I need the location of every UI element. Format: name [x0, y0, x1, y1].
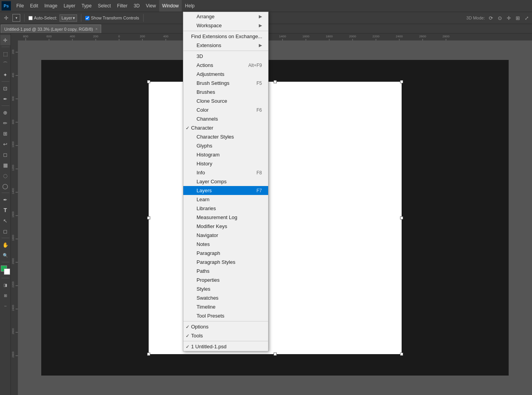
tool-sep-4	[2, 193, 9, 193]
menu-help[interactable]: Help	[182, 0, 198, 12]
menu-item-options[interactable]: ✓ Options	[183, 322, 268, 331]
menu-item-info[interactable]: Info F8	[183, 168, 268, 177]
menu-filter[interactable]: Filter	[114, 0, 131, 12]
options-arrow-dropdown[interactable]: ▾	[12, 14, 20, 22]
transform-handle-bl[interactable]	[147, 353, 150, 356]
auto-select-container: Auto-Select:	[28, 16, 57, 20]
menu-edit[interactable]: Edit	[27, 0, 41, 12]
tool-extras[interactable]: ···	[0, 301, 11, 311]
menu-item-properties[interactable]: Properties	[183, 276, 268, 284]
transform-handle-br[interactable]	[400, 353, 403, 356]
doc-tab-close[interactable]: ×	[95, 27, 98, 31]
tool-gradient[interactable]: ▦	[0, 160, 11, 170]
tool-eraser[interactable]: ◻	[0, 149, 11, 160]
label-history: History	[197, 161, 262, 167]
menu-item-paragraph-styles[interactable]: Paragraph Styles	[183, 258, 268, 267]
menu-item-tools[interactable]: ✓ Tools	[183, 331, 268, 340]
3d-rotate-icon[interactable]: ⟳	[488, 14, 494, 22]
transform-handle-tr[interactable]	[400, 80, 403, 83]
svg-text:2200: 2200	[372, 35, 379, 38]
menu-item-swatches[interactable]: Swatches	[183, 293, 268, 302]
auto-select-dropdown[interactable]: Layer ▾	[60, 14, 77, 22]
menu-item-adjustments[interactable]: Adjustments	[183, 70, 268, 79]
transform-handle-tl[interactable]	[147, 80, 150, 83]
menu-window[interactable]: Window	[159, 0, 182, 12]
menu-item-timeline[interactable]: Timeline	[183, 302, 268, 311]
menu-item-clone-source[interactable]: Clone Source	[183, 97, 268, 105]
tool-marquee[interactable]: ⬚	[0, 49, 11, 59]
menu-item-untitled-1[interactable]: ✓ 1 Untitled-1.psd	[183, 342, 268, 351]
menu-type[interactable]: Type	[78, 0, 95, 12]
menu-item-find-extensions[interactable]: Find Extensions on Exchange...	[183, 32, 268, 41]
menu-item-libraries[interactable]: Libraries	[183, 204, 268, 213]
menu-layer[interactable]: Layer	[60, 0, 78, 12]
menu-3d[interactable]: 3D	[130, 0, 142, 12]
tool-screen-mode[interactable]: ⊞	[0, 290, 11, 300]
label-workspace: Workspace	[197, 23, 259, 28]
menu-select[interactable]: Select	[95, 0, 114, 12]
menu-item-history[interactable]: History	[183, 159, 268, 168]
transform-handle-bm[interactable]	[274, 353, 277, 356]
3d-roll-icon[interactable]: ⊙	[497, 14, 503, 22]
menu-item-modifier-keys[interactable]: Modifier Keys	[183, 222, 268, 231]
tool-history-brush[interactable]: ↩	[0, 139, 11, 149]
tool-pen[interactable]: ✒	[0, 195, 11, 205]
tool-shape[interactable]: ◻	[0, 226, 11, 236]
tool-move[interactable]: ✛	[0, 35, 11, 45]
menu-item-actions[interactable]: Actions Alt+F9	[183, 61, 268, 70]
menu-item-color[interactable]: Color F6	[183, 105, 268, 114]
tool-path-sel[interactable]: ↖	[0, 216, 11, 226]
transform-checkbox[interactable]	[85, 16, 90, 20]
menu-view[interactable]: View	[143, 0, 159, 12]
menu-item-navigator[interactable]: Navigator	[183, 231, 268, 240]
menu-item-paths[interactable]: Paths	[183, 267, 268, 276]
menu-item-learn[interactable]: Learn	[183, 195, 268, 204]
tool-zoom[interactable]: 🔍	[0, 250, 11, 260]
doc-tab[interactable]: Untitled-1.psd @ 33.3% (Layer 0 copy, RG…	[1, 25, 101, 33]
menu-item-histogram[interactable]: Histogram	[183, 150, 268, 159]
menu-item-character-styles[interactable]: Character Styles	[183, 132, 268, 141]
tool-hand[interactable]: ✋	[0, 240, 11, 250]
tool-lasso[interactable]: ⌒	[0, 59, 11, 69]
label-extensions: Extensions	[197, 42, 259, 48]
window-dropdown-menu: Arrange ▶ Workspace ▶ Find Extensions on…	[183, 12, 269, 351]
transform-handle-ml[interactable]	[147, 216, 150, 219]
svg-text:200: 200	[93, 35, 98, 38]
transform-handle-tm[interactable]	[274, 80, 277, 83]
menu-file[interactable]: File	[13, 0, 27, 12]
tool-mask[interactable]: ◨	[0, 280, 11, 290]
tool-blur[interactable]: ◌	[0, 170, 11, 181]
svg-text:600: 600	[46, 35, 52, 38]
menu-item-tool-presets[interactable]: Tool Presets	[183, 311, 268, 320]
menu-item-3d[interactable]: 3D	[183, 52, 268, 61]
menu-item-workspace[interactable]: Workspace ▶	[183, 21, 268, 30]
menu-item-notes[interactable]: Notes	[183, 240, 268, 249]
3d-scale-icon[interactable]: ⤢	[524, 14, 530, 22]
transform-handle-mr[interactable]	[400, 216, 403, 219]
auto-select-checkbox[interactable]	[28, 16, 33, 20]
tool-crop[interactable]: ⊡	[0, 83, 11, 93]
tool-brush[interactable]: ✏	[0, 118, 11, 128]
3d-slide-icon[interactable]: ⊞	[515, 14, 521, 22]
menu-item-layer-comps[interactable]: Layer Comps	[183, 177, 268, 186]
menu-item-brushes[interactable]: Brushes	[183, 88, 268, 97]
menu-item-paragraph[interactable]: Paragraph	[183, 249, 268, 258]
menu-item-channels[interactable]: Channels	[183, 114, 268, 123]
menu-image[interactable]: Image	[41, 0, 60, 12]
tool-type[interactable]: T	[0, 205, 11, 215]
menu-item-character[interactable]: ✓ Character	[183, 123, 268, 132]
tool-eyedropper[interactable]: ✒	[0, 94, 11, 104]
menu-item-extensions[interactable]: Extensions ▶	[183, 41, 268, 50]
menu-item-measurement-log[interactable]: Measurement Log	[183, 213, 268, 222]
menu-item-brush-settings[interactable]: Brush Settings F5	[183, 79, 268, 88]
tool-dodge[interactable]: ◯	[0, 181, 11, 191]
menu-item-styles[interactable]: Styles	[183, 284, 268, 293]
menu-item-layers[interactable]: Layers F7	[183, 186, 268, 195]
menu-item-arrange[interactable]: Arrange ▶	[183, 12, 268, 21]
tool-stamp[interactable]: ⊞	[0, 128, 11, 139]
3d-pan-icon[interactable]: ✛	[506, 14, 512, 22]
background-color[interactable]	[4, 269, 10, 275]
tool-wand[interactable]: ✦	[0, 70, 11, 80]
tool-healing[interactable]: ⊕	[0, 107, 11, 118]
menu-item-glyphs[interactable]: Glyphs	[183, 141, 268, 150]
